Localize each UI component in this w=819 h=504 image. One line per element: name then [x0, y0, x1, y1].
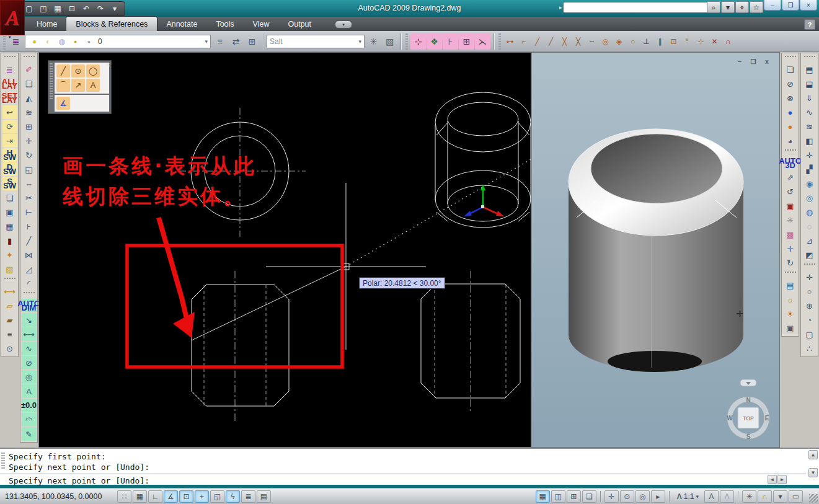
measure-area-icon[interactable]: ▱: [2, 299, 17, 312]
toolbar-grip[interactable]: [785, 272, 796, 276]
paintbrush-icon[interactable]: ✦: [2, 248, 17, 262]
drawing-canvas[interactable]: x ╱⊙◯⌒↗A ∡ 画一条线·表示从此 线切除三维实体。: [39, 53, 531, 447]
material-mapping-icon[interactable]: ◕: [783, 134, 798, 148]
dyn-toggle[interactable]: ϟ: [226, 490, 240, 503]
snap-from-icon[interactable]: ⌐: [517, 33, 530, 50]
toolbar-grip[interactable]: [498, 33, 501, 50]
snap-apparent-icon[interactable]: ╳: [572, 33, 585, 50]
color-swatch-icon[interactable]: ▮: [2, 234, 17, 247]
camera-icon[interactable]: ▢: [802, 327, 817, 341]
trim-icon[interactable]: ✂: [22, 191, 37, 205]
intersect-icon[interactable]: ◍: [802, 205, 817, 219]
pan-3d-icon[interactable]: ✛: [783, 242, 798, 255]
help-button[interactable]: ?: [804, 19, 815, 30]
layer-lock-icon[interactable]: ▪: [69, 33, 82, 50]
tab-overflow-button[interactable]: ▾: [335, 20, 352, 29]
command-grip[interactable]: [1, 453, 5, 469]
layer-freeze-icon[interactable]: ◐: [42, 33, 55, 50]
snap-tangent-icon[interactable]: ○: [626, 33, 639, 50]
snap-extension-icon[interactable]: ┄: [585, 33, 598, 50]
stretch-icon[interactable]: ⇔: [22, 177, 37, 190]
layer-match-icon[interactable]: ⟳: [2, 120, 17, 133]
table-cell-icon[interactable]: ⊞: [459, 33, 474, 50]
copy-layout-icon[interactable]: ❏: [2, 191, 17, 205]
loft-icon[interactable]: ≋: [802, 120, 817, 133]
presspull-icon[interactable]: ⇓: [802, 91, 817, 105]
walk-box-icon[interactable]: ▣: [783, 199, 798, 213]
array-icon[interactable]: ⊞: [22, 120, 37, 133]
sweep-icon[interactable]: ∿: [802, 105, 817, 119]
osnap-toggle[interactable]: ⊡: [179, 490, 193, 503]
toolbar-grip[interactable]: [405, 33, 408, 50]
angle-tool-icon[interactable]: ∡: [56, 97, 70, 110]
infocenter-search-input[interactable]: [563, 2, 708, 13]
search-caret-icon[interactable]: ▾: [721, 1, 735, 13]
measure-tool-icon[interactable]: ↗: [71, 79, 85, 92]
set-lay-icon[interactable]: SET LAY: [2, 91, 17, 105]
copy-icon[interactable]: ❏: [22, 77, 37, 91]
minimize-button[interactable]: –: [764, 0, 781, 11]
annotation-scale-button[interactable]: Λ 1:1 ▾: [673, 490, 702, 503]
annotation-visibility-button[interactable]: Λ: [704, 490, 719, 503]
style-dropdown[interactable]: Salt ▾: [267, 35, 365, 48]
tab-annotate[interactable]: Annotate: [157, 17, 206, 31]
block-group-icon[interactable]: ❖: [427, 33, 442, 50]
visual-style-icon[interactable]: ◧: [802, 134, 817, 148]
toolbar-grip[interactable]: [804, 56, 815, 60]
move-icon[interactable]: ✛: [22, 134, 37, 148]
workspace-gear-button[interactable]: ✳: [742, 490, 756, 503]
comm-center-icon[interactable]: ⌖: [735, 1, 749, 13]
multileader-icon[interactable]: ↘: [22, 313, 37, 327]
revision-cloud-icon[interactable]: ⊗: [783, 91, 798, 105]
circle-tool-icon[interactable]: ⊙: [71, 64, 85, 77]
wipeout-icon[interactable]: ⊘: [783, 77, 798, 91]
layer-isolate-icon[interactable]: ⇄: [228, 33, 244, 50]
center-mark-icon[interactable]: ◠: [22, 413, 37, 427]
gear-icon[interactable]: ✳: [366, 33, 381, 50]
snap-endpoint-icon[interactable]: ╱: [531, 33, 544, 50]
snap-midpoint-icon[interactable]: ╱: [544, 33, 557, 50]
logo-caret-icon[interactable]: ▾: [9, 35, 11, 40]
snap-none-icon[interactable]: ✕: [708, 33, 721, 50]
layer-dropdown[interactable]: ●◐◍▪▫ 0 ▾: [25, 35, 211, 48]
fillet-icon[interactable]: ◜: [22, 276, 37, 290]
id-point-icon[interactable]: ⊙: [2, 342, 17, 355]
snap-intersection-icon[interactable]: ╳: [558, 33, 571, 50]
scroll-right-icon[interactable]: ▶: [777, 475, 787, 484]
dim-text-icon[interactable]: A: [22, 384, 37, 398]
chevron-down-icon[interactable]: ▾: [358, 38, 361, 45]
orbit-3d-icon[interactable]: ↻: [783, 256, 798, 270]
viewport-3d[interactable]: N E S W TOP –❐x: [532, 53, 779, 447]
qat-menu-caret[interactable]: ▾: [108, 3, 121, 14]
chevron-down-icon[interactable]: ▾: [696, 493, 699, 500]
jogged-dim-icon[interactable]: ∿: [22, 342, 37, 355]
quick-view-layouts-button[interactable]: ⊞: [567, 490, 581, 503]
dim-edit-icon[interactable]: ✎: [22, 427, 37, 441]
render-icon[interactable]: ▣: [783, 321, 798, 335]
osnap-settings-magnet-icon[interactable]: ∩: [722, 33, 735, 50]
snap-perpendicular-icon[interactable]: ⊥: [640, 33, 653, 50]
tab-output[interactable]: Output: [278, 17, 321, 31]
snap-center-icon[interactable]: ◎: [599, 33, 612, 50]
subtract-icon[interactable]: ◎: [802, 191, 817, 205]
toolbar-grip[interactable]: [24, 292, 35, 296]
steering-wheel-button[interactable]: ◎: [635, 490, 650, 503]
temp-track-icon[interactable]: ⊶: [503, 33, 516, 50]
toolbar-grip[interactable]: [3, 33, 6, 50]
gradient-swatch-icon[interactable]: ▨: [2, 262, 17, 276]
autocad-logo[interactable]: A: [0, 0, 25, 35]
scroll-down-icon[interactable]: ▼: [808, 468, 818, 477]
text-tool-icon[interactable]: A: [86, 79, 100, 92]
clean-screen-button[interactable]: ▭: [789, 490, 803, 503]
offset-icon[interactable]: ≋: [22, 105, 37, 119]
toolbar-grip[interactable]: [804, 263, 815, 268]
h-sw-icon[interactable]: H SW: [2, 148, 17, 162]
auto-annotate-button[interactable]: Λ: [720, 490, 734, 503]
interface-lock-button[interactable]: ∩: [758, 490, 772, 503]
undo-icon[interactable]: ↶: [80, 3, 92, 14]
toolbar-grip[interactable]: [785, 56, 796, 60]
vp-restore-icon[interactable]: ❐: [748, 58, 758, 65]
tolerance-icon[interactable]: ±0.0: [22, 399, 37, 412]
measure-distance-icon[interactable]: ⟷: [2, 285, 17, 298]
layer-color-chip[interactable]: ▫: [82, 33, 95, 50]
